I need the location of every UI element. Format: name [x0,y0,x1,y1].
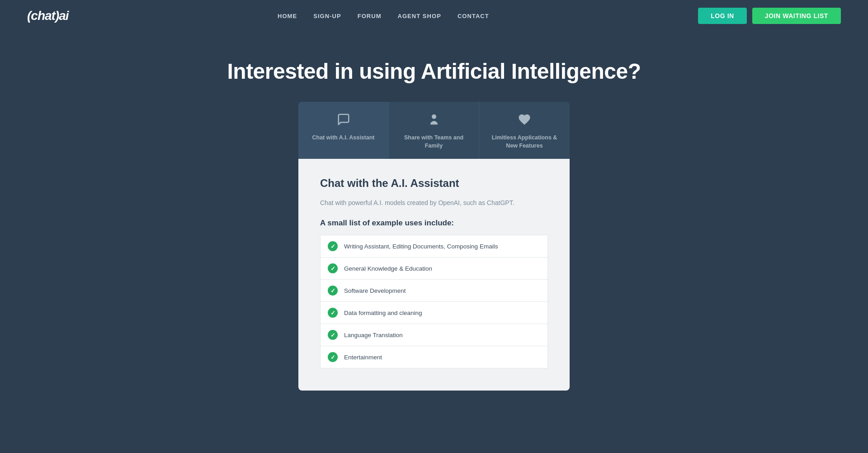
tab-share[interactable]: Share with Teams and Family [389,102,479,159]
join-button[interactable]: JOIN WAITING LIST [752,8,841,24]
nav-link-agent-shop[interactable]: AGENT SHOP [398,13,441,19]
navbar: (chat)ai HOMESIGN-UPFORUMAGENT SHOPCONTA… [0,0,868,32]
nav-link-contact[interactable]: CONTACT [458,13,489,19]
nav-link-forum[interactable]: FORUM [358,13,382,19]
tab-label-chat: Chat with A.I. Assistant [312,134,375,142]
check-icon-0 [328,241,338,251]
tab-label-share: Share with Teams and Family [396,134,472,150]
tab-icon-limitless [518,113,531,129]
nav-link-home[interactable]: HOME [278,13,297,19]
check-icon-1 [328,263,338,273]
svg-point-0 [432,114,436,119]
feature-item-4: Language Translation [320,324,548,346]
feature-item-0: Writing Assistant, Editing Documents, Co… [320,235,548,257]
nav-actions: LOG IN JOIN WAITING LIST [698,8,841,24]
feature-text-2: Software Development [344,287,406,294]
feature-item-1: General Knowledge & Education [320,257,548,280]
tabs-row: Chat with A.I. AssistantShare with Teams… [298,102,570,159]
tabs-container: Chat with A.I. AssistantShare with Teams… [298,102,570,159]
feature-text-1: General Knowledge & Education [344,265,432,272]
tab-icon-chat [337,113,350,129]
tab-chat[interactable]: Chat with A.I. Assistant [298,102,389,159]
panel-subtitle: A small list of example uses include: [320,219,548,228]
feature-item-3: Data formatting and cleaning [320,301,548,324]
check-icon-4 [328,330,338,340]
content-panel: Chat with the A.I. Assistant Chat with p… [298,159,570,391]
tab-label-limitless: Limitless Applications & New Features [486,134,562,150]
feature-text-3: Data formatting and cleaning [344,310,422,316]
panel-title: Chat with the A.I. Assistant [320,177,548,190]
feature-text-0: Writing Assistant, Editing Documents, Co… [344,243,498,250]
check-icon-3 [328,308,338,318]
tab-icon-share [427,113,441,129]
check-icon-2 [328,286,338,296]
check-icon-5 [328,352,338,362]
feature-item-5: Entertainment [320,346,548,368]
feature-item-2: Software Development [320,279,548,302]
feature-list: Writing Assistant, Editing Documents, Co… [320,235,548,368]
nav-link-signup[interactable]: SIGN-UP [313,13,341,19]
hero-title: Interested in using Artificial Intellige… [9,59,859,84]
hero-section: Interested in using Artificial Intellige… [0,32,868,102]
feature-text-5: Entertainment [344,354,382,361]
tab-limitless[interactable]: Limitless Applications & New Features [479,102,570,159]
panel-description: Chat with powerful A.I. models created b… [320,198,548,208]
nav-links: HOMESIGN-UPFORUMAGENT SHOPCONTACT [278,12,489,20]
feature-text-4: Language Translation [344,332,403,339]
login-button[interactable]: LOG IN [698,8,747,24]
logo[interactable]: (chat)ai [27,9,69,23]
